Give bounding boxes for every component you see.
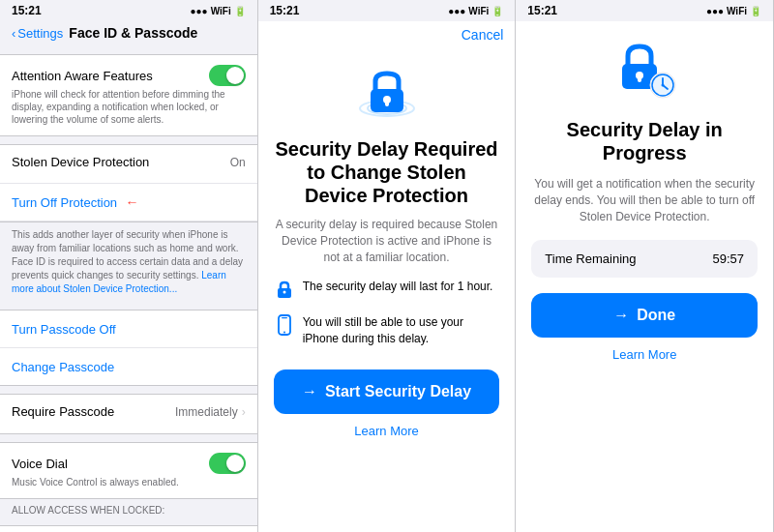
passcode-group: Turn Passcode Off Change Passcode xyxy=(0,310,257,386)
back-button[interactable]: ‹ Settings xyxy=(12,26,63,41)
feature-list: The security delay will last for 1 hour.… xyxy=(274,279,500,355)
screen3-content: Security Delay in Progress You will get … xyxy=(516,21,773,532)
stolen-status: On xyxy=(230,156,246,169)
progress-desc: You will get a notification when the sec… xyxy=(531,176,758,224)
svg-point-17 xyxy=(662,84,665,87)
signal-icon: ●●● xyxy=(191,6,208,16)
page-title: Face ID & Passcode xyxy=(69,25,197,41)
voice-dial-label: Voice Dial xyxy=(12,457,68,471)
voice-toggle-row: Voice Dial xyxy=(12,453,246,474)
svg-point-6 xyxy=(283,291,285,294)
voice-dial-group: Voice Dial Music Voice Control is always… xyxy=(0,442,257,499)
svg-rect-8 xyxy=(282,317,287,318)
attention-title: Attention Aware Features xyxy=(12,69,153,83)
status-bar-3: 15:21 ●●● WiFi 🔋 xyxy=(516,0,773,21)
voice-desc: Music Voice Control is always enabled. xyxy=(12,476,246,488)
lock-feature-icon xyxy=(274,279,295,300)
stolen-desc-block: This adds another layer of security when… xyxy=(0,222,257,302)
voice-toggle[interactable] xyxy=(209,453,246,474)
turn-passcode-label[interactable]: Turn Passcode Off xyxy=(12,322,116,337)
time-1: 15:21 xyxy=(12,4,42,17)
lock-clock-container xyxy=(610,37,678,104)
lock-icon-container xyxy=(353,58,421,126)
back-label: Settings xyxy=(17,26,63,41)
chevron-left-icon: ‹ xyxy=(12,26,15,41)
voice-dial-row: Voice Dial Music Voice Control is always… xyxy=(0,443,257,498)
require-passcode-row[interactable]: Require Passcode Immediately › xyxy=(0,395,257,433)
svg-point-9 xyxy=(283,332,285,334)
attention-desc: iPhone will check for attention before d… xyxy=(12,88,246,126)
status-icons-3: ●●● WiFi 🔋 xyxy=(706,6,761,16)
stolen-device-group: Stolen Device Protection On Turn Off Pro… xyxy=(0,144,257,222)
phone-icon xyxy=(274,314,295,340)
screen3: 15:21 ●●● WiFi 🔋 xyxy=(516,0,774,532)
lock-small-icon xyxy=(274,279,295,305)
start-btn-label: Start Security Delay xyxy=(325,383,471,400)
turn-off-link[interactable]: Turn Off Protection xyxy=(12,195,117,210)
stolen-title: Stolen Device Protection xyxy=(12,155,149,169)
feature-item-2: You will still be able to use your iPhon… xyxy=(274,314,500,345)
feature-item-1: The security delay will last for 1 hour. xyxy=(274,279,500,305)
today-view-row: Today View and Search xyxy=(0,526,257,532)
change-passcode-row[interactable]: Change Passcode xyxy=(0,348,257,385)
time-2: 15:21 xyxy=(270,4,300,17)
screen2-title: Security Delay Required to Change Stolen… xyxy=(274,137,500,207)
screen2: 15:21 ●●● WiFi 🔋 Cancel Secur xyxy=(258,0,517,532)
screen2-content: Security Delay Required to Change Stolen… xyxy=(258,48,516,532)
change-passcode-label[interactable]: Change Passcode xyxy=(12,360,114,374)
signal-icon-3: ●●● xyxy=(706,6,724,16)
start-security-delay-button[interactable]: → Start Security Delay xyxy=(274,369,500,414)
cancel-button[interactable]: Cancel xyxy=(461,27,504,43)
learn-more-link-2[interactable]: Learn More xyxy=(354,424,418,438)
status-icons-2: ●●● WiFi 🔋 xyxy=(448,6,503,16)
require-row-inner: Require Passcode Immediately › xyxy=(12,404,246,419)
phone-feature-icon xyxy=(274,314,295,336)
lock-icon xyxy=(353,58,421,126)
done-button[interactable]: → Done xyxy=(531,293,758,338)
require-label: Require Passcode xyxy=(12,404,114,419)
attention-aware-row: Attention Aware Features iPhone will che… xyxy=(0,55,257,135)
cancel-bar: Cancel xyxy=(258,21,516,48)
signal-icon-2: ●●● xyxy=(448,6,465,16)
stolen-device-row: Stolen Device Protection On xyxy=(0,145,257,184)
arrow-right-icon: → xyxy=(302,383,317,400)
time-3: 15:21 xyxy=(527,4,557,17)
wifi-icon: WiFi xyxy=(211,6,231,16)
allow-header: ALLOW ACCESS WHEN LOCKED: xyxy=(0,499,257,517)
status-bar-2: 15:21 ●●● WiFi 🔋 xyxy=(258,0,516,21)
stolen-header: Stolen Device Protection On xyxy=(12,155,246,169)
require-passcode-group: Require Passcode Immediately › xyxy=(0,394,257,434)
status-icons-1: ●●● WiFi 🔋 xyxy=(191,6,246,16)
require-right: Immediately › xyxy=(175,405,246,419)
progress-title: Security Delay in Progress xyxy=(531,118,758,164)
svg-rect-12 xyxy=(638,76,641,82)
wifi-icon-3: WiFi xyxy=(727,6,747,16)
screen2-desc: A security delay is required because Sto… xyxy=(274,217,500,265)
status-bar-1: 15:21 ●●● WiFi 🔋 xyxy=(0,0,257,21)
learn-more-link-3[interactable]: Learn More xyxy=(612,347,676,362)
red-arrow-icon: ← xyxy=(126,194,139,210)
battery-icon-2: 🔋 xyxy=(491,6,503,16)
turn-off-row[interactable]: Turn Off Protection ← xyxy=(0,184,257,222)
nav-bar-1: ‹ Settings Face ID & Passcode xyxy=(0,21,257,46)
svg-rect-4 xyxy=(385,101,389,106)
done-btn-label: Done xyxy=(637,307,675,324)
done-arrow-icon: → xyxy=(613,307,629,324)
turn-passcode-row[interactable]: Turn Passcode Off xyxy=(0,310,257,348)
lock-clock-icon xyxy=(610,37,678,104)
attention-toggle-row: Attention Aware Features xyxy=(12,65,246,86)
attention-aware-group: Attention Aware Features iPhone will che… xyxy=(0,54,257,136)
time-remaining-label: Time Remaining xyxy=(545,251,636,266)
feature-text-1: The security delay will last for 1 hour. xyxy=(303,279,493,294)
battery-icon: 🔋 xyxy=(234,6,246,16)
today-view-group: Today View and Search xyxy=(0,525,257,532)
wifi-icon-2: WiFi xyxy=(468,6,489,16)
settings-list: Attention Aware Features iPhone will che… xyxy=(0,46,257,532)
battery-icon-3: 🔋 xyxy=(750,6,761,16)
feature-text-2: You will still be able to use your iPhon… xyxy=(303,314,500,345)
attention-toggle[interactable] xyxy=(209,65,246,86)
time-remaining-row: Time Remaining 59:57 xyxy=(531,240,758,278)
screen1: 15:21 ●●● WiFi 🔋 ‹ Settings Face ID & Pa… xyxy=(0,0,258,532)
time-remaining-value: 59:57 xyxy=(712,251,744,266)
chevron-right-icon: › xyxy=(242,405,246,419)
